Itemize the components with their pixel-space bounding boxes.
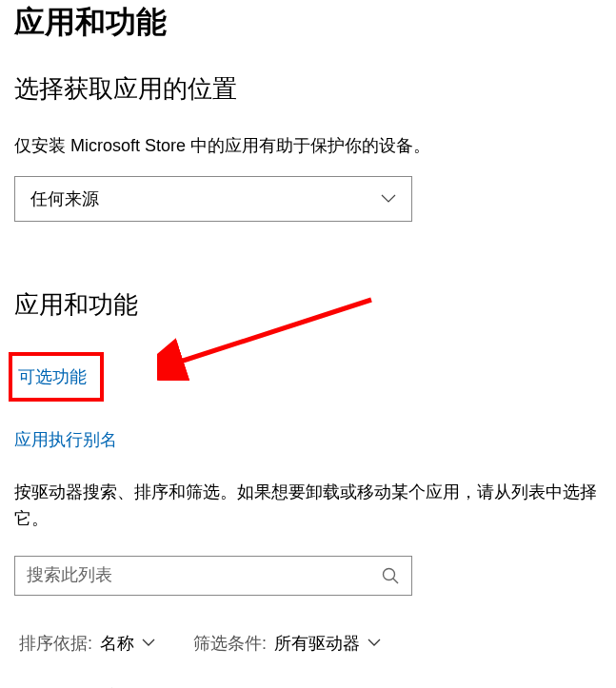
filter-label: 筛选条件: <box>193 632 267 655</box>
source-description: 仅安装 Microsoft Store 中的应用有助于保护你的设备。 <box>14 134 602 157</box>
sort-label: 排序依据: <box>19 632 92 655</box>
filter-value: 所有驱动器 <box>274 632 360 655</box>
source-section-heading: 选择获取应用的位置 <box>14 72 602 106</box>
sort-value: 名称 <box>100 632 134 655</box>
chevron-down-icon <box>142 639 155 647</box>
search-box[interactable] <box>14 556 412 596</box>
optional-features-link[interactable]: 可选功能 <box>18 367 87 386</box>
svg-line-3 <box>393 579 398 583</box>
chevron-down-icon <box>381 194 396 204</box>
search-icon <box>381 566 400 585</box>
filter-by-control[interactable]: 筛选条件: 所有驱动器 <box>193 632 381 655</box>
page-title: 应用和功能 <box>14 2 602 44</box>
source-select-value: 任何来源 <box>30 187 381 210</box>
source-select[interactable]: 任何来源 <box>14 176 412 222</box>
search-input[interactable] <box>27 565 381 585</box>
apps-section-heading: 应用和功能 <box>14 288 602 322</box>
svg-point-2 <box>384 568 395 580</box>
chevron-down-icon <box>368 639 381 647</box>
highlight-annotation: 可选功能 <box>9 352 104 402</box>
apps-description: 按驱动器搜索、排序和筛选。如果想要卸载或移动某个应用，请从列表中选择它。 <box>14 480 602 533</box>
sort-by-control[interactable]: 排序依据: 名称 <box>19 632 155 655</box>
app-aliases-link[interactable]: 应用执行别名 <box>14 430 117 449</box>
